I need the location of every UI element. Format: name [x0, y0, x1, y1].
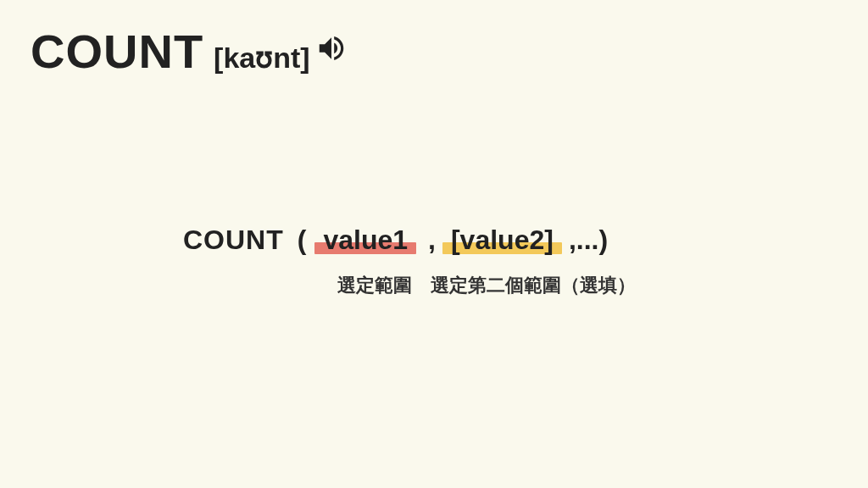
arg1-text: value1: [323, 225, 408, 255]
arg2-label: 選定第二個範圍（選填）: [431, 273, 636, 298]
arg2: [value2]: [448, 225, 557, 256]
function-name: COUNT: [183, 225, 284, 256]
syntax-line: COUNT ( value1 , [value2] ,...): [183, 225, 636, 256]
arg1: value1: [320, 225, 411, 256]
arg2-text: [value2]: [451, 225, 554, 255]
label-row: 選定範圍 選定第二個範圍（選填）: [337, 273, 636, 298]
speaker-icon[interactable]: [315, 32, 348, 64]
syntax-block: COUNT ( value1 , [value2] ,...) 選定範圍 選定第…: [183, 225, 636, 298]
arg1-label: 選定範圍: [337, 273, 412, 298]
comma-1: ,: [428, 225, 436, 256]
page-title: COUNT: [31, 24, 203, 79]
syntax-tail: ,...): [569, 225, 608, 256]
open-paren: (: [298, 225, 307, 256]
header: COUNT [kaʊnt]: [31, 24, 310, 79]
phonetic-text: [kaʊnt]: [214, 41, 310, 75]
